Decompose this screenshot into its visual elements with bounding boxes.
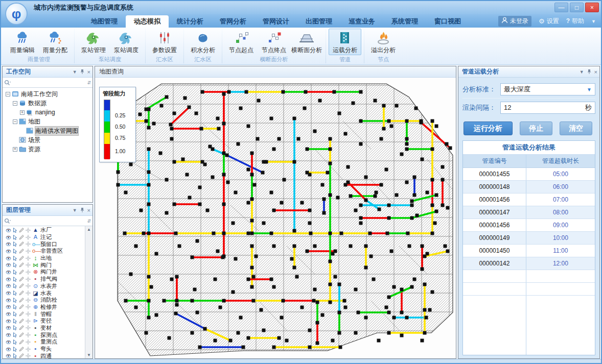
menu-tab-管网分析[interactable]: 管网分析 (212, 15, 254, 28)
panel-pin-icon[interactable] (587, 69, 591, 75)
snap-crosshair-icon[interactable] (26, 353, 31, 358)
clear-button[interactable]: 清空 (560, 122, 592, 135)
snap-crosshair-icon[interactable] (26, 290, 31, 296)
layer-row-注记[interactable]: A注记 (3, 234, 85, 241)
visibility-eye-icon[interactable] (6, 256, 11, 261)
select-cursor-icon[interactable] (13, 235, 17, 240)
snap-crosshair-icon[interactable] (26, 325, 31, 330)
panel-collapse-icon[interactable]: ▼ (73, 208, 77, 213)
visibility-eye-icon[interactable] (6, 304, 11, 309)
tree-item-南靖工作空间[interactable]: −南靖工作空间 (3, 89, 92, 99)
select-cursor-icon[interactable] (13, 353, 17, 358)
expand-expander-icon[interactable]: + (20, 110, 25, 115)
edit-pencil-icon[interactable] (19, 228, 24, 233)
ribbon-button-运载分析[interactable]: 运载分析 (329, 29, 361, 55)
select-cursor-icon[interactable] (13, 228, 17, 233)
collapse-expander-icon[interactable]: − (13, 119, 17, 124)
layer-row-弯头[interactable]: ▪弯头 (3, 346, 85, 353)
result-row-000000148[interactable]: 00000014806:00 (463, 181, 595, 193)
layer-row-探测点[interactable]: ▪探测点 (3, 331, 85, 338)
search-icon[interactable] (4, 218, 11, 224)
menu-user-item[interactable]: 未登录 (498, 16, 531, 27)
snap-crosshair-icon[interactable] (26, 319, 31, 324)
edit-pencil-icon[interactable] (19, 353, 24, 358)
layer-row-管帽[interactable]: ‖管帽 (3, 310, 85, 318)
select-cursor-icon[interactable] (13, 304, 17, 309)
workspace-search-input[interactable] (13, 79, 85, 87)
layers-search-input[interactable] (13, 217, 85, 225)
panel-close-icon[interactable]: × (87, 69, 90, 75)
select-cursor-icon[interactable] (13, 311, 17, 317)
layer-row-水表[interactable]: ◪水表 (3, 289, 85, 297)
select-cursor-icon[interactable] (13, 325, 17, 330)
tree-item-南靖供水管网图[interactable]: 南靖供水管网图 (3, 126, 92, 135)
tree-item-数据源[interactable]: −数据源 (3, 99, 92, 108)
edit-pencil-icon[interactable] (19, 325, 24, 330)
edit-pencil-icon[interactable] (19, 270, 24, 275)
menu-tab-窗口视图[interactable]: 窗口视图 (426, 15, 469, 28)
chevron-down-icon[interactable]: ▼ (591, 17, 596, 25)
layer-row-排气阀[interactable]: ▪排气阀 (3, 276, 85, 283)
menu-tab-管网设计[interactable]: 管网设计 (254, 15, 297, 28)
visibility-eye-icon[interactable] (6, 283, 11, 288)
edit-pencil-icon[interactable] (19, 347, 24, 352)
snap-crosshair-icon[interactable] (26, 270, 31, 275)
result-row-000000142[interactable]: 00000014212:00 (463, 257, 595, 270)
edit-pencil-icon[interactable] (19, 298, 24, 303)
select-cursor-icon[interactable] (13, 319, 17, 324)
menu-tab-出图管理[interactable]: 出图管理 (297, 15, 340, 28)
layer-row-预留口[interactable]: o—预留口 (3, 240, 85, 248)
select-cursor-icon[interactable] (13, 262, 17, 268)
ribbon-button-泵站调度[interactable]: 泵站调度 (110, 29, 143, 55)
ribbon-button-积水分析[interactable]: 积水分析 (187, 29, 219, 55)
edit-pencil-icon[interactable] (19, 277, 24, 282)
visibility-eye-icon[interactable] (6, 298, 11, 303)
layer-row-水厂[interactable]: ▲水厂 (3, 227, 85, 234)
result-row-000001456[interactable]: 00000145607:00 (463, 193, 595, 206)
panel-collapse-icon[interactable]: ▼ (73, 69, 77, 75)
snap-crosshair-icon[interactable] (26, 298, 31, 303)
ribbon-button-溢出分析[interactable]: 溢出分析 (367, 29, 400, 55)
edit-pencil-icon[interactable] (19, 311, 24, 317)
ribbon-button-节点终点[interactable]: 节点终点 (258, 29, 290, 55)
menu-tab-系统管理[interactable]: 系统管理 (383, 15, 426, 28)
panel-pin-icon[interactable] (80, 69, 84, 75)
layer-row-阀门井[interactable]: ⊗阀门井 (3, 269, 85, 276)
visibility-eye-icon[interactable] (6, 339, 11, 345)
edit-pencil-icon[interactable] (19, 319, 24, 324)
map-tab-title[interactable]: 地图查询 (95, 66, 456, 78)
layer-row-水表井[interactable]: ⊙水表井 (3, 283, 85, 290)
panel-collapse-icon[interactable]: ▼ (580, 69, 584, 75)
ribbon-button-雨量分配[interactable]: 雨量分配 (39, 29, 72, 55)
select-cursor-icon[interactable] (13, 290, 17, 296)
menu-tab-地图管理[interactable]: 地图管理 (83, 15, 126, 28)
snap-crosshair-icon[interactable] (26, 277, 31, 282)
panel-pin-icon[interactable] (80, 207, 84, 213)
snap-crosshair-icon[interactable] (26, 339, 31, 345)
close-button[interactable]: × (585, 3, 599, 12)
visibility-eye-icon[interactable] (6, 241, 11, 247)
visibility-eye-icon[interactable] (6, 325, 11, 330)
visibility-eye-icon[interactable] (6, 311, 11, 317)
tree-item-场景[interactable]: 场景 (3, 135, 92, 144)
run-analysis-button[interactable]: 运行分析 (464, 122, 513, 135)
select-cursor-icon[interactable] (13, 256, 17, 261)
maximize-button[interactable]: □ (570, 3, 584, 12)
snap-crosshair-icon[interactable] (26, 228, 31, 233)
result-row-000001455[interactable]: 00000145505:00 (463, 168, 595, 181)
tree-item-资源[interactable]: +资源 (3, 144, 92, 154)
visibility-eye-icon[interactable] (6, 290, 11, 296)
select-cursor-icon[interactable] (13, 298, 17, 303)
edit-pencil-icon[interactable] (19, 283, 24, 288)
layer-row-非普查区[interactable]: o—非普查区 (3, 248, 85, 255)
snap-crosshair-icon[interactable] (26, 241, 31, 247)
map-viewport[interactable]: 管段能力 0.250.500.751.00 (95, 78, 456, 358)
panel-close-icon[interactable]: × (87, 207, 90, 213)
pipe-network-map[interactable] (95, 78, 456, 358)
snap-crosshair-icon[interactable] (26, 256, 31, 261)
tree-item-地图[interactable]: −地图 (3, 117, 92, 126)
edit-pencil-icon[interactable] (19, 332, 24, 337)
search-options-icon[interactable]: ⇵ (87, 219, 91, 224)
search-icon[interactable] (4, 80, 11, 86)
interval-input[interactable]: 12 秒 (500, 102, 595, 114)
